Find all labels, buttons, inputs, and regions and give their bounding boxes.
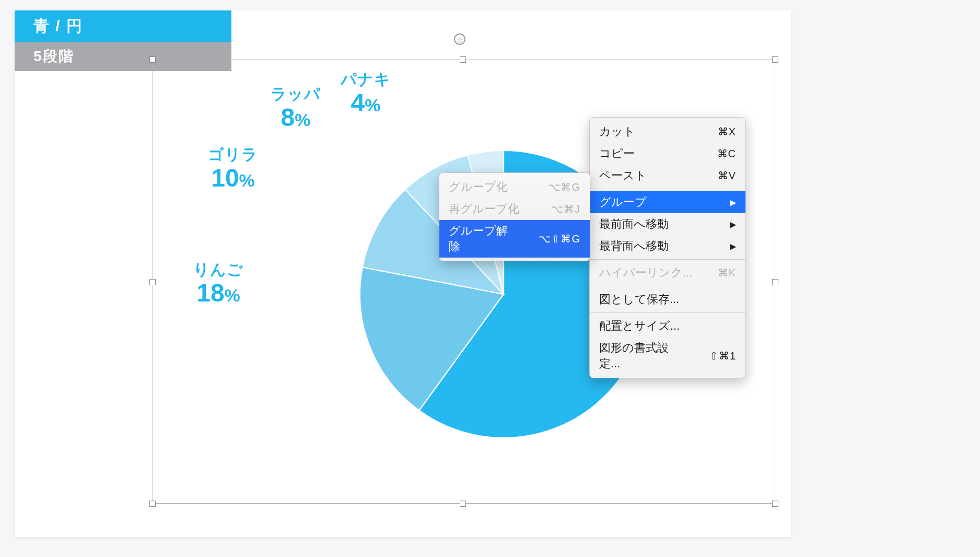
label-gorilla: ゴリラ 10% xyxy=(208,144,258,191)
submenu-regroup: 再グループ化⌥⌘J xyxy=(439,198,590,220)
tab-blue-pie[interactable]: 青 / 円 xyxy=(15,10,231,42)
chevron-right-icon: ▶ xyxy=(730,198,736,207)
submenu-group: グループ化⌥⌘G xyxy=(439,176,590,198)
context-menu-hyperlink: ハイパーリンク...⌘K xyxy=(590,262,745,284)
context-menu-group[interactable]: グループ▶ xyxy=(590,191,745,213)
context-menu: カット⌘X コピー⌘C ペースト⌘V グループ▶ 最前面へ移動▶ 最背面へ移動▶… xyxy=(589,117,746,378)
menu-separator xyxy=(590,312,745,313)
context-menu-bring-to-front[interactable]: 最前面へ移動▶ xyxy=(590,213,745,235)
group-submenu: グループ化⌥⌘G 再グループ化⌥⌘J グループ解除⌥⇧⌘G xyxy=(439,172,590,261)
context-menu-format-shape[interactable]: 図形の書式設定...⇧⌘1 xyxy=(590,337,745,375)
menu-separator xyxy=(590,189,745,189)
chevron-right-icon: ▶ xyxy=(730,219,736,229)
context-menu-cut[interactable]: カット⌘X xyxy=(590,121,745,143)
label-panaki: パナキ 4% xyxy=(341,69,391,115)
label-ringo: りんご 18% xyxy=(193,259,243,306)
context-menu-send-to-back[interactable]: 最背面へ移動▶ xyxy=(590,235,745,257)
menu-separator xyxy=(590,259,745,260)
context-menu-save-as-picture[interactable]: 図として保存... xyxy=(590,288,745,310)
context-menu-size-position[interactable]: 配置とサイズ... xyxy=(590,315,745,337)
context-menu-copy[interactable]: コピー⌘C xyxy=(590,143,745,165)
context-menu-paste[interactable]: ペースト⌘V xyxy=(590,165,745,187)
chevron-right-icon: ▶ xyxy=(730,241,736,251)
submenu-ungroup[interactable]: グループ解除⌥⇧⌘G xyxy=(439,220,590,258)
label-rappa: ラッパ 8% xyxy=(271,84,321,130)
menu-separator xyxy=(590,286,745,286)
